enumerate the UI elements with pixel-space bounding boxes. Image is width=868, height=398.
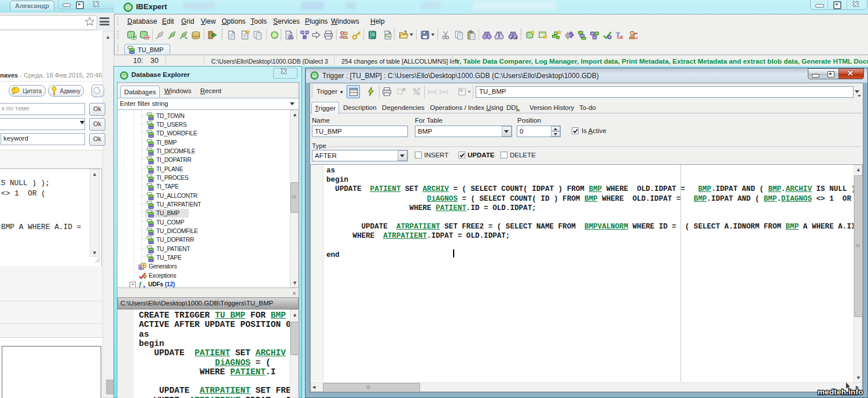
- svg-text:'': '': [13, 87, 16, 93]
- svg-text:medteh.info: medteh.info: [818, 388, 863, 396]
- svg-text:A→B: A→B: [510, 36, 518, 40]
- svg-text:IB: IB: [313, 74, 317, 78]
- svg-text:x: x: [620, 34, 624, 40]
- svg-text:IB: IB: [123, 74, 126, 78]
